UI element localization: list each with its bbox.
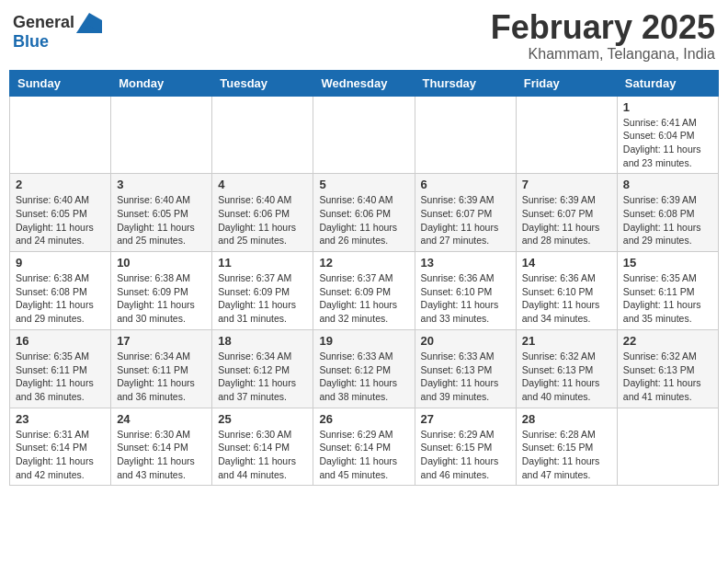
calendar-cell: 23Sunrise: 6:31 AM Sunset: 6:14 PM Dayli… [10,408,111,486]
day-info: Sunrise: 6:28 AM Sunset: 6:15 PM Dayligh… [522,428,611,482]
calendar-cell: 9Sunrise: 6:38 AM Sunset: 6:08 PM Daylig… [10,252,111,330]
day-info: Sunrise: 6:40 AM Sunset: 6:06 PM Dayligh… [319,193,408,247]
day-number: 1 [623,100,712,114]
calendar-cell [10,96,111,174]
calendar-cell: 25Sunrise: 6:30 AM Sunset: 6:14 PM Dayli… [212,408,313,486]
day-info: Sunrise: 6:37 AM Sunset: 6:09 PM Dayligh… [218,271,307,326]
calendar-cell: 1Sunrise: 6:41 AM Sunset: 6:04 PM Daylig… [617,96,718,174]
day-info: Sunrise: 6:40 AM Sunset: 6:05 PM Dayligh… [16,193,105,247]
day-info: Sunrise: 6:38 AM Sunset: 6:09 PM Dayligh… [117,271,206,326]
calendar-cell: 4Sunrise: 6:40 AM Sunset: 6:06 PM Daylig… [212,174,313,252]
day-number: 5 [319,178,408,191]
day-number: 16 [16,334,105,348]
calendar-cell: 14Sunrise: 6:36 AM Sunset: 6:10 PM Dayli… [516,252,617,330]
calendar-week-3: 9Sunrise: 6:38 AM Sunset: 6:08 PM Daylig… [10,252,719,330]
day-number: 24 [117,412,206,426]
calendar-cell: 6Sunrise: 6:39 AM Sunset: 6:07 PM Daylig… [415,174,516,252]
day-info: Sunrise: 6:35 AM Sunset: 6:11 PM Dayligh… [16,350,105,404]
day-number: 27 [421,412,510,426]
day-number: 8 [623,178,712,191]
day-info: Sunrise: 6:38 AM Sunset: 6:08 PM Dayligh… [16,271,105,326]
calendar-week-5: 23Sunrise: 6:31 AM Sunset: 6:14 PM Dayli… [10,408,719,486]
calendar-cell: 10Sunrise: 6:38 AM Sunset: 6:09 PM Dayli… [111,252,212,330]
calendar-cell: 28Sunrise: 6:28 AM Sunset: 6:15 PM Dayli… [516,408,617,486]
day-info: Sunrise: 6:39 AM Sunset: 6:07 PM Dayligh… [522,193,611,247]
day-info: Sunrise: 6:29 AM Sunset: 6:14 PM Dayligh… [319,428,408,482]
calendar-cell: 21Sunrise: 6:32 AM Sunset: 6:13 PM Dayli… [516,329,617,408]
month-title: February 2025 [491,9,715,46]
day-info: Sunrise: 6:32 AM Sunset: 6:13 PM Dayligh… [623,350,712,404]
calendar-cell [516,96,617,174]
day-info: Sunrise: 6:41 AM Sunset: 6:04 PM Dayligh… [623,116,712,170]
day-info: Sunrise: 6:34 AM Sunset: 6:11 PM Dayligh… [117,350,206,404]
calendar-cell: 8Sunrise: 6:39 AM Sunset: 6:08 PM Daylig… [617,174,718,252]
calendar-cell: 24Sunrise: 6:30 AM Sunset: 6:14 PM Dayli… [111,408,212,486]
calendar-cell: 2Sunrise: 6:40 AM Sunset: 6:05 PM Daylig… [10,174,111,252]
day-info: Sunrise: 6:40 AM Sunset: 6:05 PM Dayligh… [117,193,206,247]
day-number: 6 [421,178,510,191]
calendar-cell: 7Sunrise: 6:39 AM Sunset: 6:07 PM Daylig… [516,174,617,252]
calendar-cell [111,96,212,174]
calendar-cell [617,408,718,486]
calendar-cell: 19Sunrise: 6:33 AM Sunset: 6:12 PM Dayli… [313,329,415,408]
title-block: February 2025 Khammam, Telangana, India [491,9,715,63]
day-info: Sunrise: 6:30 AM Sunset: 6:14 PM Dayligh… [218,428,307,482]
day-number: 14 [522,256,611,270]
day-number: 20 [421,334,510,348]
calendar-cell: 16Sunrise: 6:35 AM Sunset: 6:11 PM Dayli… [10,329,111,408]
weekday-header-saturday: Saturday [617,70,718,96]
calendar-cell [415,96,516,174]
day-info: Sunrise: 6:33 AM Sunset: 6:12 PM Dayligh… [319,350,408,404]
day-number: 9 [16,256,105,270]
calendar-cell: 26Sunrise: 6:29 AM Sunset: 6:14 PM Dayli… [313,408,415,486]
day-number: 26 [319,412,408,426]
day-info: Sunrise: 6:35 AM Sunset: 6:11 PM Dayligh… [623,271,712,326]
day-info: Sunrise: 6:40 AM Sunset: 6:06 PM Dayligh… [218,193,307,247]
weekday-header-tuesday: Tuesday [212,70,313,96]
calendar-cell: 17Sunrise: 6:34 AM Sunset: 6:11 PM Dayli… [111,329,212,408]
calendar-cell: 22Sunrise: 6:32 AM Sunset: 6:13 PM Dayli… [617,329,718,408]
day-info: Sunrise: 6:37 AM Sunset: 6:09 PM Dayligh… [319,271,408,326]
day-info: Sunrise: 6:30 AM Sunset: 6:14 PM Dayligh… [117,428,206,482]
day-info: Sunrise: 6:31 AM Sunset: 6:14 PM Dayligh… [16,428,105,482]
calendar-cell: 3Sunrise: 6:40 AM Sunset: 6:05 PM Daylig… [111,174,212,252]
calendar-week-1: 1Sunrise: 6:41 AM Sunset: 6:04 PM Daylig… [10,96,719,174]
day-number: 3 [117,178,206,191]
calendar-cell: 27Sunrise: 6:29 AM Sunset: 6:15 PM Dayli… [415,408,516,486]
day-info: Sunrise: 6:32 AM Sunset: 6:13 PM Dayligh… [522,350,611,404]
day-info: Sunrise: 6:34 AM Sunset: 6:12 PM Dayligh… [218,350,307,404]
logo-general-text: General [13,13,74,31]
day-number: 15 [623,256,712,270]
logo: General Blue [13,13,102,52]
day-number: 11 [218,256,307,270]
calendar-cell: 18Sunrise: 6:34 AM Sunset: 6:12 PM Dayli… [212,329,313,408]
day-number: 2 [16,178,105,191]
day-number: 22 [623,334,712,348]
day-number: 17 [117,334,206,348]
day-info: Sunrise: 6:39 AM Sunset: 6:08 PM Dayligh… [623,193,712,247]
day-number: 23 [16,412,105,426]
weekday-header-sunday: Sunday [10,70,111,96]
calendar-cell: 15Sunrise: 6:35 AM Sunset: 6:11 PM Dayli… [617,252,718,330]
day-number: 10 [117,256,206,270]
weekday-header-row: SundayMondayTuesdayWednesdayThursdayFrid… [10,70,719,96]
day-info: Sunrise: 6:33 AM Sunset: 6:13 PM Dayligh… [421,350,510,404]
calendar-cell: 5Sunrise: 6:40 AM Sunset: 6:06 PM Daylig… [313,174,415,252]
day-number: 7 [522,178,611,191]
calendar-cell: 13Sunrise: 6:36 AM Sunset: 6:10 PM Dayli… [415,252,516,330]
calendar-cell: 20Sunrise: 6:33 AM Sunset: 6:13 PM Dayli… [415,329,516,408]
calendar-cell: 11Sunrise: 6:37 AM Sunset: 6:09 PM Dayli… [212,252,313,330]
day-number: 28 [522,412,611,426]
calendar-week-4: 16Sunrise: 6:35 AM Sunset: 6:11 PM Dayli… [10,329,719,408]
calendar-table: SundayMondayTuesdayWednesdayThursdayFrid… [9,70,719,487]
weekday-header-wednesday: Wednesday [313,70,415,96]
location-text: Khammam, Telangana, India [491,46,715,63]
day-number: 12 [319,256,408,270]
day-info: Sunrise: 6:36 AM Sunset: 6:10 PM Dayligh… [522,271,611,326]
day-number: 13 [421,256,510,270]
day-info: Sunrise: 6:39 AM Sunset: 6:07 PM Dayligh… [421,193,510,247]
day-number: 25 [218,412,307,426]
logo-icon [76,13,102,33]
calendar-week-2: 2Sunrise: 6:40 AM Sunset: 6:05 PM Daylig… [10,174,719,252]
weekday-header-thursday: Thursday [415,70,516,96]
